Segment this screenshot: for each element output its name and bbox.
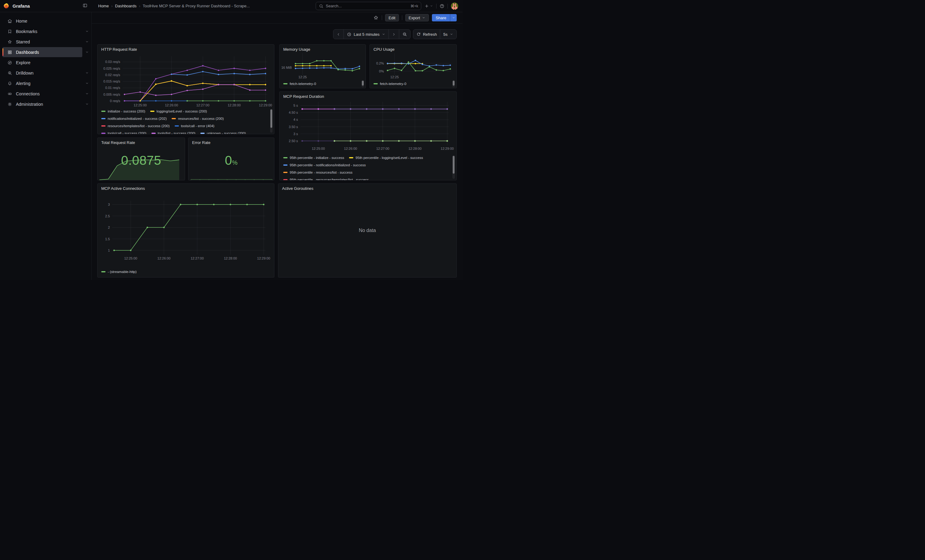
sidebar-item-label: Home xyxy=(16,19,27,24)
zoom-out-button[interactable] xyxy=(399,30,410,39)
legend-swatch xyxy=(200,133,205,134)
legend-scrollbar[interactable] xyxy=(270,109,273,133)
legend-item[interactable]: fetch-telemetry-0 xyxy=(374,82,406,86)
svg-text:0 req/s: 0 req/s xyxy=(110,99,120,103)
chart-legend: - (streamable-http) xyxy=(101,268,268,275)
legend-item[interactable]: - (streamable-http) xyxy=(101,270,137,273)
no-data-message: No data xyxy=(278,184,456,277)
export-button[interactable]: Export xyxy=(405,14,429,21)
stat-value: 0% xyxy=(188,153,274,168)
legend-item[interactable]: unknown - success (200) xyxy=(200,131,246,134)
svg-text:5 s: 5 s xyxy=(293,104,298,107)
share-menu-button[interactable] xyxy=(450,14,457,21)
sidebar-item-home[interactable]: Home xyxy=(3,16,82,26)
svg-text:2.5: 2.5 xyxy=(105,214,110,218)
drilldown-icon xyxy=(8,71,12,75)
chevron-down-icon xyxy=(85,50,89,54)
legend-item[interactable]: 95th percentile - initialize - success xyxy=(283,156,344,159)
breadcrumb-item[interactable]: Home xyxy=(98,4,109,8)
panel-error-rate: Error Rate 0% xyxy=(188,138,274,180)
top-nav: Grafana Home›Dashboards›ToolHive MCP Ser… xyxy=(0,0,462,12)
time-shift-forward-button[interactable] xyxy=(389,30,399,39)
legend-swatch xyxy=(283,83,288,85)
sidebar-item-alerting[interactable]: Alerting xyxy=(3,78,82,89)
grafana-logo[interactable] xyxy=(3,3,10,9)
panel-toggle-icon xyxy=(83,3,87,9)
svg-text:12:26:00: 12:26:00 xyxy=(344,147,357,150)
home-icon xyxy=(8,19,12,24)
svg-text:4.50 s: 4.50 s xyxy=(289,111,298,114)
legend-item[interactable]: fetch-telemetry-0 xyxy=(283,82,316,86)
legend-item[interactable]: 95th percentile - resources/templates/li… xyxy=(283,178,369,180)
chevron-right-icon xyxy=(392,32,396,36)
panel-title: CPU Usage xyxy=(370,45,456,52)
add-new-button[interactable] xyxy=(424,4,433,9)
panel-memory-usage: Memory Usage 16 MiB12:25 fetch-telemetry… xyxy=(279,44,366,89)
search-input[interactable] xyxy=(326,4,408,8)
svg-text:0%: 0% xyxy=(379,69,384,73)
legend-item[interactable]: tools/call - error (404) xyxy=(175,124,214,128)
breadcrumb-separator: › xyxy=(111,4,113,8)
sidebar-item-drilldown[interactable]: Drilldown xyxy=(3,68,82,78)
svg-text:2: 2 xyxy=(108,225,110,229)
question-icon xyxy=(440,4,444,9)
legend-scrollbar[interactable] xyxy=(362,80,364,87)
sidebar-item-dashboards[interactable]: Dashboards xyxy=(3,47,82,57)
time-shift-back-button[interactable] xyxy=(333,30,344,39)
star-dashboard-button[interactable] xyxy=(373,15,379,21)
legend-item[interactable]: resources/list - success (200) xyxy=(172,117,224,120)
svg-text:2.50 s: 2.50 s xyxy=(289,139,298,143)
legend-scrollbar[interactable] xyxy=(452,155,455,179)
bookmark-icon xyxy=(8,29,12,34)
svg-text:0.01 req/s: 0.01 req/s xyxy=(105,86,120,90)
sidebar-item-explore[interactable]: Explore xyxy=(3,57,82,68)
panel-title: HTTP Request Rate xyxy=(98,45,274,52)
legend-item[interactable]: 95th percentile - resources/list - succe… xyxy=(283,171,353,174)
search-box[interactable]: ⌘+k xyxy=(316,2,421,10)
legend-item[interactable]: initialize - success (200) xyxy=(101,110,145,113)
legend-item[interactable]: logging/setLevel - success (200) xyxy=(150,110,207,113)
svg-text:0.03 req/s: 0.03 req/s xyxy=(105,60,120,64)
svg-text:12:25: 12:25 xyxy=(298,75,307,79)
legend-label: fetch-telemetry-0 xyxy=(380,82,406,86)
panel-mcp-active-connections: MCP Active Connections 11.522.5312:25:00… xyxy=(97,183,274,278)
legend-item[interactable]: 95th percentile - notifications/initiali… xyxy=(283,163,366,167)
legend-swatch xyxy=(101,271,105,273)
panel-title: Memory Usage xyxy=(280,45,366,52)
sidebar-item-bookmarks[interactable]: Bookmarks xyxy=(3,26,82,36)
svg-text:12:29:00: 12:29:00 xyxy=(259,103,272,107)
refresh-group: Refresh 5s xyxy=(413,29,457,39)
legend-item[interactable]: tools/list - success (200) xyxy=(151,131,196,134)
legend-swatch xyxy=(283,179,288,180)
time-range-picker[interactable]: Last 5 minutes xyxy=(344,30,389,39)
svg-text:12:27:00: 12:27:00 xyxy=(191,257,204,260)
divider xyxy=(447,4,448,9)
sidebar-toggle-icon[interactable] xyxy=(83,3,87,9)
panel-title: Active Goroutines xyxy=(278,184,456,191)
help-button[interactable] xyxy=(440,4,444,9)
share-button[interactable]: Share xyxy=(432,14,450,21)
panel-title: Total Request Rate xyxy=(98,138,185,145)
sidebar-item-administration[interactable]: Administration xyxy=(3,99,82,109)
chevron-down-icon xyxy=(85,71,89,75)
breadcrumb-item[interactable]: Dashboards xyxy=(115,4,136,8)
svg-text:12:25:00: 12:25:00 xyxy=(134,103,147,107)
sidebar-item-starred[interactable]: Starred xyxy=(3,37,82,47)
svg-text:16 MiB: 16 MiB xyxy=(282,66,292,69)
panel-active-goroutines: Active Goroutines No data xyxy=(278,183,457,278)
breadcrumb-item: ToolHive MCP Server & Proxy Runner Dashb… xyxy=(143,4,250,8)
legend-item[interactable]: notifications/initialized - success (202… xyxy=(101,117,167,120)
chevron-down-icon xyxy=(85,81,89,85)
legend-item[interactable]: resources/templates/list - success (200) xyxy=(101,124,170,128)
legend-scrollbar[interactable] xyxy=(452,80,455,87)
refresh-button[interactable]: Refresh xyxy=(413,30,440,39)
sidebar-item-connections[interactable]: Connections xyxy=(3,89,82,99)
user-avatar[interactable] xyxy=(451,3,458,10)
refresh-interval-picker[interactable]: 5s xyxy=(440,30,456,39)
legend-item[interactable]: tools/call - success (200) xyxy=(101,131,146,134)
edit-button[interactable]: Edit xyxy=(385,14,399,21)
legend-item[interactable]: 95th percentile - logging/setLevel - suc… xyxy=(349,156,423,159)
svg-text:0.015 req/s: 0.015 req/s xyxy=(103,80,121,83)
svg-text:12:27:00: 12:27:00 xyxy=(376,147,389,150)
mcp-active-connections-chart[interactable]: 11.522.5312:25:0012:26:0012:27:0012:28:0… xyxy=(98,184,274,277)
